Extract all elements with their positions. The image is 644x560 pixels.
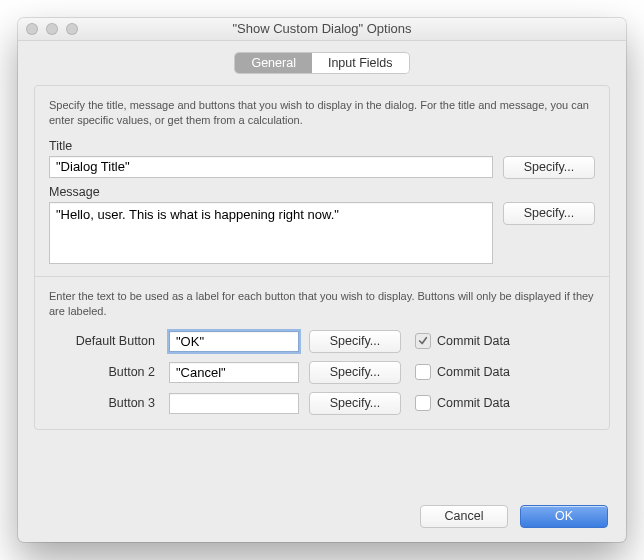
zoom-icon[interactable]: [66, 23, 78, 35]
default-button-commit-checkbox[interactable]: [415, 333, 431, 349]
default-button-specify[interactable]: Specify...: [309, 330, 401, 353]
button3-specify[interactable]: Specify...: [309, 392, 401, 415]
minimize-icon[interactable]: [46, 23, 58, 35]
message-input[interactable]: "Hello, user. This is what is happening …: [49, 202, 493, 264]
commit-label: Commit Data: [437, 334, 510, 348]
commit-label: Commit Data: [437, 365, 510, 379]
dialog-footer: Cancel OK: [420, 505, 608, 528]
button2-commit-checkbox[interactable]: [415, 364, 431, 380]
window-title: "Show Custom Dialog" Options: [232, 21, 411, 36]
dialog-window: "Show Custom Dialog" Options General Inp…: [18, 18, 626, 542]
tab-general[interactable]: General: [235, 53, 311, 73]
commit-label: Commit Data: [437, 396, 510, 410]
content-panel: Specify the title, message and buttons t…: [34, 85, 610, 430]
titlebar: "Show Custom Dialog" Options: [18, 18, 626, 41]
button2-specify[interactable]: Specify...: [309, 361, 401, 384]
title-label: Title: [49, 139, 595, 153]
help-text-top: Specify the title, message and buttons t…: [49, 98, 595, 129]
message-specify-button[interactable]: Specify...: [503, 202, 595, 225]
tab-bar: General Input Fields: [18, 53, 626, 73]
button2-input[interactable]: [169, 362, 299, 383]
help-text-buttons: Enter the text to be used as a label for…: [49, 289, 595, 320]
buttons-grid: Default Button Specify... Commit Data Bu…: [49, 330, 595, 415]
button3-commit-checkbox[interactable]: [415, 395, 431, 411]
ok-button[interactable]: OK: [520, 505, 608, 528]
button3-input[interactable]: [169, 393, 299, 414]
default-button-input[interactable]: [169, 331, 299, 352]
row-label: Default Button: [49, 334, 159, 348]
window-controls: [26, 23, 78, 35]
message-label: Message: [49, 185, 595, 199]
title-specify-button[interactable]: Specify...: [503, 156, 595, 179]
close-icon[interactable]: [26, 23, 38, 35]
cancel-button[interactable]: Cancel: [420, 505, 508, 528]
tab-input-fields[interactable]: Input Fields: [312, 53, 409, 73]
row-label: Button 3: [49, 396, 159, 410]
title-input[interactable]: [49, 156, 493, 178]
check-icon: [418, 336, 428, 346]
row-label: Button 2: [49, 365, 159, 379]
